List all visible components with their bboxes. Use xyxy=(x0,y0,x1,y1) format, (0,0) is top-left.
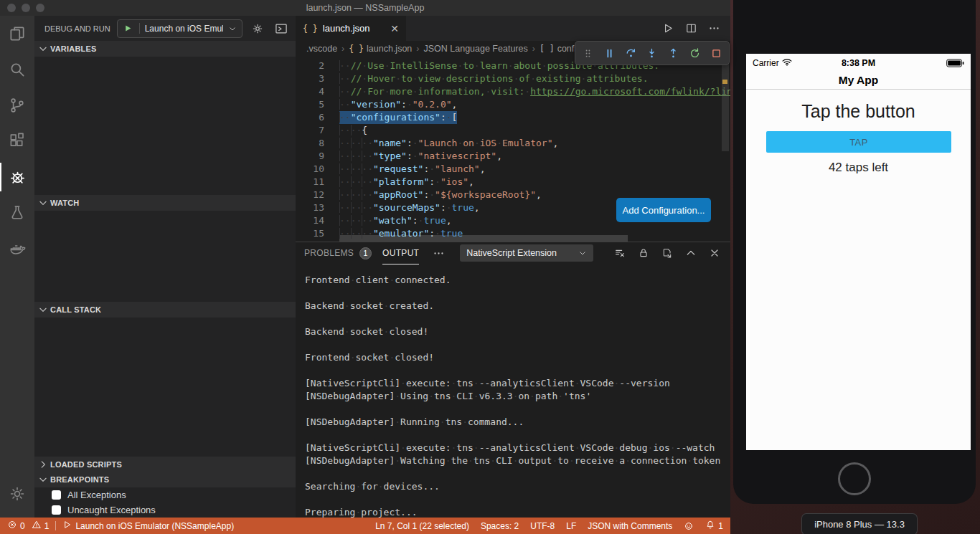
line-number: 8 xyxy=(296,137,324,150)
pause-icon[interactable] xyxy=(600,44,619,62)
add-configuration-button[interactable]: Add Configuration... xyxy=(616,198,711,222)
open-in-editor-icon[interactable] xyxy=(661,247,673,259)
section-loaded-scripts: LOADED SCRIPTS xyxy=(34,457,296,472)
run-icon[interactable] xyxy=(662,22,674,34)
output-line xyxy=(305,429,730,442)
drag-grip[interactable] xyxy=(579,44,598,62)
zoom-window-button[interactable] xyxy=(36,4,44,12)
breadcrumb-item[interactable]: .vscode xyxy=(306,44,337,54)
tab-output[interactable]: OUTPUT xyxy=(382,242,419,264)
close-tab-icon[interactable]: ✕ xyxy=(390,23,399,34)
device-name-badge: iPhone 8 Plus — 13.3 xyxy=(801,513,918,534)
encoding-setting[interactable]: UTF-8 xyxy=(530,521,555,531)
section-header[interactable]: VARIABLES xyxy=(34,41,296,57)
launch-config-dropdown[interactable]: Launch on iOS Emulator xyxy=(117,19,242,38)
debug-status[interactable]: Launch on iOS Emulator (NSSampleApp) xyxy=(62,520,234,532)
line-number: 6 xyxy=(296,111,324,124)
section-variables: VARIABLES xyxy=(34,41,296,195)
step-into-icon[interactable] xyxy=(643,44,661,62)
explorer-icon[interactable] xyxy=(0,16,34,52)
code-line[interactable]: 3··//·Hover·to·view·descriptions·of·exis… xyxy=(296,72,730,85)
output-line xyxy=(305,364,730,377)
checkbox[interactable] xyxy=(52,505,61,515)
indentation-setting[interactable]: Spaces: 2 xyxy=(481,521,519,531)
minimize-window-button[interactable] xyxy=(22,4,30,12)
section-header[interactable]: CALL STACK xyxy=(34,302,296,318)
output-line: [NativeScriptCli]·execute:·tns·--analyti… xyxy=(305,377,730,390)
tab-problems[interactable]: PROBLEMS 1 xyxy=(304,242,372,264)
output-channel-dropdown[interactable]: NativeScript Extension xyxy=(460,244,593,262)
extensions-icon[interactable] xyxy=(0,123,34,159)
breadcrumb-item[interactable]: { }launch.json xyxy=(349,44,412,54)
split-editor-icon[interactable] xyxy=(685,22,697,34)
nav-bar-title: My App xyxy=(746,71,971,90)
code-line[interactable]: 10······"request":·"launch", xyxy=(296,163,730,176)
line-number: 12 xyxy=(296,189,324,201)
section-body: All ExceptionsUncaught Exceptions xyxy=(34,487,296,518)
section-call-stack: CALL STACK xyxy=(34,302,296,457)
source-control-icon[interactable] xyxy=(0,87,34,123)
vscode-window: launch.json — NSSampleApp DEBUG AND RUN … xyxy=(0,0,730,534)
section-header[interactable]: BREAKPOINTS xyxy=(34,472,296,487)
breakpoint-row[interactable]: Uncaught Exceptions xyxy=(34,502,296,518)
start-debug-icon[interactable] xyxy=(123,20,134,37)
warning-icon xyxy=(32,520,42,532)
step-out-icon[interactable] xyxy=(664,44,683,62)
chevron-down-icon xyxy=(38,198,48,208)
breadcrumb-item[interactable]: JSON Language Features xyxy=(423,44,527,54)
code-line[interactable]: 4··//·For·more·information,·visit:·https… xyxy=(296,85,730,98)
close-window-button[interactable] xyxy=(7,4,16,12)
code-line[interactable]: 7····{ xyxy=(296,124,730,137)
section-breakpoints: BREAKPOINTSAll ExceptionsUncaught Except… xyxy=(34,472,296,518)
panel-more-actions-icon[interactable] xyxy=(430,244,447,262)
code-line[interactable]: 9······"type":·"nativescript", xyxy=(296,150,730,163)
tap-button[interactable]: TAP xyxy=(766,131,951,153)
stop-icon[interactable] xyxy=(707,44,725,62)
section-header[interactable]: WATCH xyxy=(34,195,296,211)
debug-icon[interactable] xyxy=(0,159,34,195)
more-actions-icon[interactable] xyxy=(708,22,720,34)
lock-icon[interactable] xyxy=(638,247,649,259)
chevron-right-icon xyxy=(38,459,48,469)
chevron-down-icon xyxy=(578,249,587,257)
clear-output-icon[interactable] xyxy=(614,247,626,259)
simulator-window: Carrier 8:38 PM My App Tap the button TA… xyxy=(733,0,976,504)
overview-ruler-warning xyxy=(722,80,727,84)
debug-console-icon[interactable] xyxy=(273,20,290,37)
maximize-panel-icon[interactable] xyxy=(685,247,697,259)
output-log[interactable]: Frontend·client·connected. Backend·socke… xyxy=(296,264,730,518)
close-panel-icon[interactable] xyxy=(709,247,720,259)
panel-header: PROBLEMS 1 OUTPUT NativeScript Extension xyxy=(296,242,730,264)
eol-setting[interactable]: LF xyxy=(566,521,576,531)
feedback-smiley-icon[interactable] xyxy=(684,521,694,531)
checkbox[interactable] xyxy=(52,490,61,500)
vertical-scrollbar[interactable] xyxy=(722,61,729,151)
gear-icon[interactable] xyxy=(0,476,34,512)
code-line[interactable]: 8······"name":·"Launch·on·iOS·Emulator", xyxy=(296,137,730,150)
code-line[interactable]: 11······"platform":·"ios", xyxy=(296,176,730,189)
editor-area: { } launch.json ✕ .vscode›{ }launch.json… xyxy=(296,16,730,518)
chevron-down-icon xyxy=(38,305,48,315)
output-channel-label: NativeScript Extension xyxy=(466,248,557,258)
code-line[interactable]: 6··"configurations":·[ xyxy=(296,111,730,124)
breakpoint-row[interactable]: All Exceptions xyxy=(34,487,296,502)
test-icon[interactable] xyxy=(0,195,34,231)
output-line: Preparing·project... xyxy=(305,506,730,518)
search-icon[interactable] xyxy=(0,52,34,87)
tab-launch-json[interactable]: { } launch.json ✕ xyxy=(296,16,406,41)
output-line xyxy=(305,338,730,351)
home-button[interactable] xyxy=(838,462,871,495)
notifications-bell[interactable]: 1 xyxy=(705,520,723,532)
code-line[interactable]: 5··"version":·"0.2.0", xyxy=(296,98,730,111)
docker-icon[interactable] xyxy=(0,231,34,267)
output-line xyxy=(305,403,730,416)
cursor-position[interactable]: Ln 7, Col 1 (22 selected) xyxy=(375,521,469,531)
problems-status[interactable]: 0 1 xyxy=(7,520,49,532)
language-mode[interactable]: JSON with Comments xyxy=(588,521,672,531)
restart-icon[interactable] xyxy=(685,44,704,62)
launch-gear-icon[interactable] xyxy=(249,20,266,37)
code-line[interactable]: 15······"emulator":·true xyxy=(296,227,730,240)
breadcrumb-separator: › xyxy=(416,44,419,54)
section-header[interactable]: LOADED SCRIPTS xyxy=(34,457,296,472)
step-over-icon[interactable] xyxy=(621,44,640,62)
